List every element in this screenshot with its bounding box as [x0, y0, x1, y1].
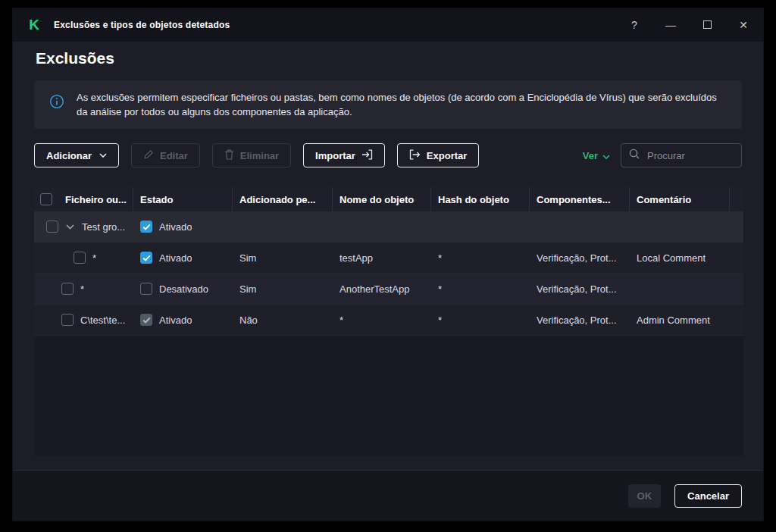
status-label: Ativado — [159, 315, 192, 326]
delete-button-label: Eliminar — [240, 150, 279, 161]
added-cell: Não — [239, 315, 258, 326]
file-cell: * — [80, 283, 84, 295]
comment-cell: Admin Comment — [637, 315, 710, 326]
status-label: Ativado — [159, 221, 192, 233]
view-dropdown-label: Ver — [583, 150, 598, 161]
page-title: Exclusões — [36, 49, 742, 67]
edit-button-label: Editar — [160, 150, 188, 161]
added-cell: Sim — [239, 252, 256, 264]
export-button-label: Exportar — [427, 150, 467, 161]
column-header-estado[interactable]: Estado — [133, 187, 233, 211]
status-checkbox[interactable] — [140, 221, 152, 233]
import-button[interactable]: Importar — [303, 143, 385, 167]
search-input[interactable] — [646, 149, 734, 162]
select-all-checkbox[interactable] — [40, 193, 52, 205]
delete-button[interactable]: Eliminar — [212, 143, 291, 167]
components-cell: Verificação, Prot... — [537, 315, 617, 326]
maximize-icon — [703, 20, 712, 29]
file-cell: C\test\te... — [80, 315, 125, 326]
column-header-componentes[interactable]: Componentes... — [530, 187, 630, 211]
info-text: As exclusões permitem especificar fichei… — [77, 90, 727, 119]
table-row[interactable]: * Ativado Sim testApp * Verificação, Pro… — [34, 243, 743, 274]
export-button[interactable]: Exportar — [397, 143, 479, 167]
import-icon — [361, 149, 373, 162]
column-header-comentario[interactable]: Comentário — [630, 187, 730, 211]
status-label: Ativado — [159, 252, 192, 264]
column-header-file[interactable]: Ficheiro ou... — [58, 187, 133, 211]
column-header-spacer — [730, 187, 743, 211]
info-icon — [49, 94, 64, 112]
hash-cell: * — [438, 283, 442, 295]
toolbar: Adicionar Editar Eliminar Importar Expor… — [34, 143, 742, 167]
search-icon — [629, 149, 640, 162]
kaspersky-logo-icon: K — [25, 17, 43, 33]
object-name-cell: AnotherTestApp — [340, 283, 410, 295]
dialog-footer: OK Cancelar — [13, 470, 763, 521]
edit-button[interactable]: Editar — [131, 143, 200, 167]
minimize-button[interactable]: — — [663, 19, 678, 31]
chevron-down-icon — [602, 150, 610, 161]
table-row-group[interactable]: Test gro... Ativado — [34, 211, 743, 243]
components-cell: Verificação, Prot... — [537, 283, 617, 295]
export-icon — [409, 149, 421, 162]
app-window: K Exclusões e tipos de objetos detetados… — [12, 8, 764, 521]
close-button[interactable]: ✕ — [736, 19, 751, 31]
column-header-adicionado[interactable]: Adicionado pe... — [233, 187, 333, 211]
select-all-cell — [34, 187, 58, 211]
add-button[interactable]: Adicionar — [34, 143, 119, 167]
row-checkbox[interactable] — [61, 314, 74, 326]
status-checkbox[interactable] — [140, 283, 152, 295]
view-dropdown[interactable]: Ver — [583, 150, 610, 161]
comment-cell: Local Comment — [637, 252, 706, 264]
row-checkbox[interactable] — [74, 252, 86, 264]
table-row[interactable]: * Desativado Sim AnotherTestApp * Verifi… — [34, 274, 743, 305]
trash-icon — [224, 149, 234, 162]
window-title: Exclusões e tipos de objetos detetados — [54, 20, 230, 30]
status-label: Desativado — [159, 283, 208, 295]
table-row[interactable]: C\test\te... Ativado Não * * Verificação… — [34, 305, 743, 336]
chevron-down-icon[interactable] — [66, 224, 74, 230]
chevron-down-icon — [99, 153, 107, 158]
import-button-label: Importar — [315, 150, 355, 161]
search-box[interactable] — [621, 143, 742, 167]
table-header: Ficheiro ou... Estado Adicionado pe... N… — [34, 187, 743, 211]
row-checkbox[interactable] — [46, 221, 58, 233]
object-name-cell: testApp — [340, 252, 373, 264]
hash-cell: * — [438, 315, 442, 326]
titlebar: K Exclusões e tipos de objetos detetados… — [13, 8, 763, 42]
row-checkbox[interactable] — [61, 283, 74, 295]
ok-button[interactable]: OK — [628, 484, 662, 508]
status-checkbox[interactable] — [140, 252, 152, 264]
column-header-hash[interactable]: Hash do objeto — [431, 187, 530, 211]
status-checkbox[interactable] — [140, 314, 152, 326]
maximize-button[interactable] — [699, 19, 715, 31]
add-button-label: Adicionar — [46, 150, 92, 161]
exclusions-table: Ficheiro ou... Estado Adicionado pe... N… — [34, 187, 743, 456]
pencil-icon — [143, 149, 154, 162]
file-cell: * — [92, 252, 96, 264]
components-cell: Verificação, Prot... — [537, 252, 617, 264]
hash-cell: * — [438, 252, 442, 264]
column-header-nome[interactable]: Nome do objeto — [333, 187, 431, 211]
added-cell: Sim — [239, 283, 256, 295]
object-name-cell: * — [340, 315, 343, 326]
group-name: Test gro... — [82, 221, 125, 233]
info-banner: As exclusões permitem especificar fichei… — [34, 80, 742, 129]
cancel-button[interactable]: Cancelar — [674, 484, 742, 508]
help-button[interactable]: ? — [627, 19, 642, 31]
